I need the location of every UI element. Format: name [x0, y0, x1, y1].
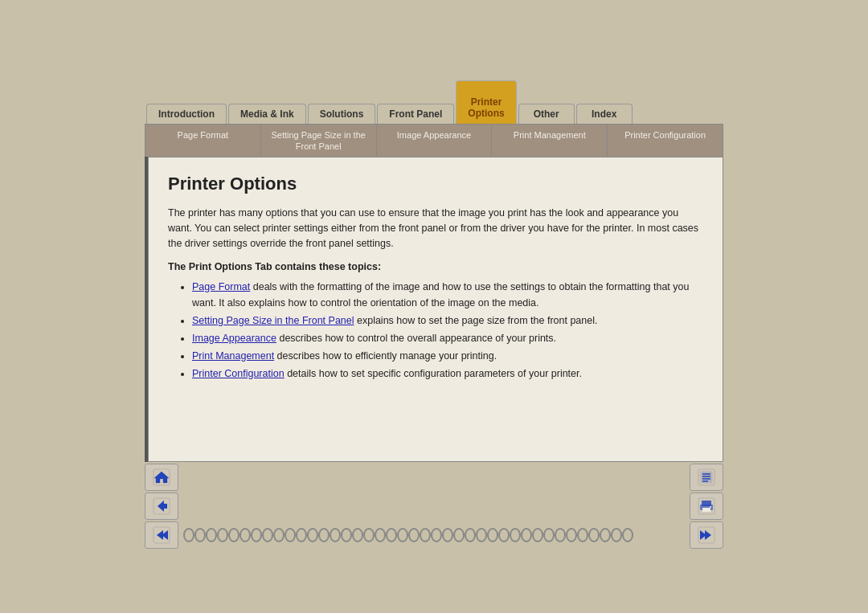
page-title: Printer Options: [168, 174, 703, 194]
list-item: Image Appearance describes how to contro…: [192, 330, 703, 346]
subtab-print-management[interactable]: Print Management: [492, 125, 608, 157]
list-item: Setting Page Size in the Front Panel exp…: [192, 313, 703, 329]
tab-front-panel[interactable]: Front Panel: [377, 104, 454, 124]
link-setting-page-size[interactable]: Setting Page Size in the Front Panel: [192, 315, 354, 326]
spiral-loop: [318, 528, 330, 542]
subtab-image-appearance[interactable]: Image Appearance: [377, 125, 493, 157]
spiral-loop: [363, 528, 375, 542]
spiral-loop: [397, 528, 408, 542]
spiral-loop: [330, 528, 341, 542]
print-button[interactable]: [690, 492, 723, 520]
spiral-loop: [296, 528, 307, 542]
next-icon: [697, 525, 716, 545]
nav-buttons-right: [690, 464, 723, 549]
spiral-loop: [555, 528, 566, 542]
spiral-loop: [476, 528, 487, 542]
prev-icon: [152, 525, 171, 545]
spiral-loop: [588, 528, 600, 542]
next-button[interactable]: [690, 521, 723, 549]
spiral-loop: [622, 528, 633, 542]
spiral-loop: [442, 528, 453, 542]
link-printer-configuration[interactable]: Printer Configuration: [192, 368, 285, 379]
spiral-loop: [510, 528, 521, 542]
spiral-loop: [341, 528, 352, 542]
spiral-loop: [577, 528, 588, 542]
content-wrapper: Printer Options The printer has many opt…: [145, 157, 723, 462]
intro-paragraph: The printer has many options that you ca…: [168, 206, 703, 251]
spiral-loop: [217, 528, 228, 542]
spiral-loop: [285, 528, 296, 542]
home-button[interactable]: [145, 464, 178, 491]
tab-index[interactable]: Index: [576, 104, 633, 124]
contents-button[interactable]: [690, 464, 723, 491]
subtab-printer-configuration[interactable]: Printer Configuration: [608, 125, 723, 157]
subtab-bar: Page Format Setting Page Size in the Fro…: [145, 124, 723, 157]
tab-printer-options[interactable]: PrinterOptions: [456, 80, 516, 124]
topics-list: Page Format deals with the formatting of…: [168, 279, 703, 382]
spiral-loop: [307, 528, 318, 542]
link-print-management[interactable]: Print Management: [192, 350, 274, 362]
tab-introduction[interactable]: Introduction: [146, 104, 227, 124]
back-button[interactable]: [145, 492, 178, 520]
spiral-loop: [532, 528, 543, 542]
spiral-binding: [183, 521, 685, 549]
spiral-loop: [375, 528, 386, 542]
spiral-loop: [498, 528, 510, 542]
spiral-loop: [487, 528, 498, 542]
spiral-loop: [386, 528, 397, 542]
subtab-setting-page-size[interactable]: Setting Page Size in the Front Panel: [261, 125, 377, 157]
spiral-loop: [431, 528, 442, 542]
home-icon: [152, 468, 171, 487]
spiral-loops: [183, 528, 685, 542]
spiral-loop: [262, 528, 273, 542]
spiral-loop: [566, 528, 577, 542]
spiral-loop: [543, 528, 555, 542]
spiral-loop: [600, 528, 611, 542]
spiral-loop: [228, 528, 240, 542]
contents-icon: [697, 468, 716, 487]
svg-point-18: [710, 506, 711, 508]
svg-rect-17: [702, 508, 710, 512]
list-item: Print Management describes how to effici…: [192, 348, 703, 364]
list-item: Page Format deals with the formatting of…: [192, 279, 703, 311]
content-area: Printer Options The printer has many opt…: [148, 157, 723, 462]
spiral-loop: [352, 528, 363, 542]
spiral-loop: [611, 528, 622, 542]
print-icon: [697, 497, 716, 516]
spiral-loop: [420, 528, 431, 542]
tab-media-ink[interactable]: Media & Ink: [228, 104, 306, 124]
spiral-loop: [453, 528, 465, 542]
svg-rect-4: [163, 504, 167, 509]
spiral-loop: [183, 528, 194, 542]
spiral-loop: [194, 528, 206, 542]
prev-button[interactable]: [145, 521, 178, 549]
spiral-loop: [408, 528, 420, 542]
spiral-loop: [273, 528, 285, 542]
back-icon: [152, 497, 171, 516]
tab-row: Introduction Media & Ink Solutions Front…: [145, 80, 723, 124]
spiral-loop: [465, 528, 476, 542]
topics-heading: The Print Options Tab contains these top…: [168, 261, 703, 272]
spiral-loop: [521, 528, 532, 542]
nav-buttons-left: [145, 464, 178, 549]
list-item: Printer Configuration details how to set…: [192, 366, 703, 382]
spiral-loop: [206, 528, 217, 542]
subtab-page-format[interactable]: Page Format: [145, 125, 261, 157]
link-image-appearance[interactable]: Image Appearance: [192, 333, 276, 344]
spiral-loop: [251, 528, 262, 542]
link-page-format[interactable]: Page Format: [192, 281, 250, 292]
tab-solutions[interactable]: Solutions: [308, 104, 376, 124]
tab-other[interactable]: Other: [518, 104, 575, 124]
bottom-nav-area: [145, 464, 723, 549]
spiral-loop: [240, 528, 251, 542]
